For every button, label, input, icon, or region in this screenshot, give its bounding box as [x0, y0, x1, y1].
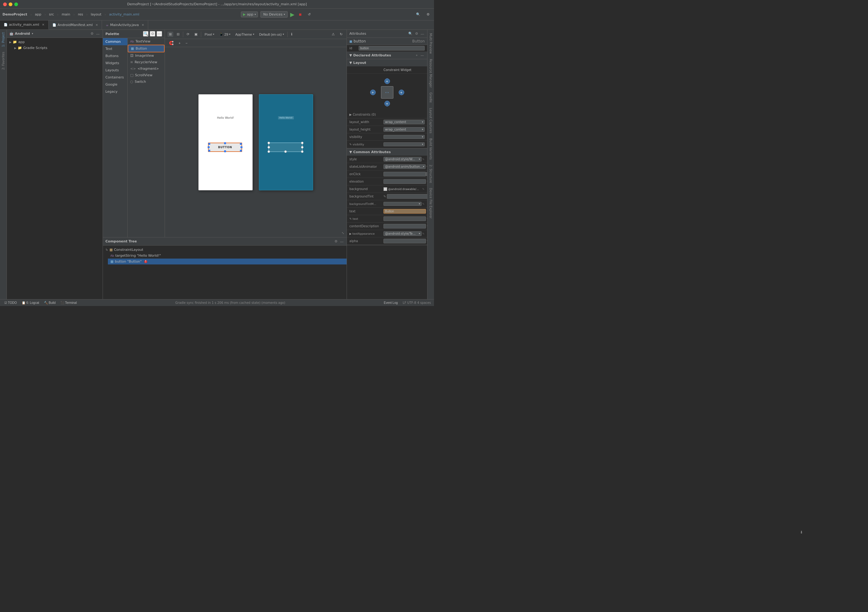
declared-remove-button[interactable]: — [420, 53, 425, 57]
blueprint-toggle-button[interactable]: ⊟ [175, 32, 181, 37]
attr-settings-button[interactable]: ⚙ [414, 31, 419, 36]
layout-section-header[interactable]: ▼ Layout [347, 59, 427, 67]
ct-item-constraintlayout[interactable]: ↳ ▦ ConstraintLayout [103, 247, 347, 253]
todo-button[interactable]: ☑ TODO [3, 301, 18, 305]
bp-handle-bl[interactable] [268, 150, 270, 153]
constraints-row[interactable]: ▶ Constraints (0) [347, 111, 427, 118]
constraint-widget[interactable]: « » ∧ ∨ + + + [369, 77, 406, 108]
palette-cat-google[interactable]: Google [103, 81, 127, 88]
text-pen-input[interactable] [383, 216, 426, 221]
no-devices-selector[interactable]: No Devices ▾ [260, 11, 288, 18]
canvas-area[interactable]: Hello World! BUTTON [165, 47, 347, 237]
refresh-button[interactable]: ↻ [338, 32, 344, 37]
tree-item-app[interactable]: ▶ 📁 app [7, 39, 102, 45]
tab-androidmanifest[interactable]: 📄 AndroidManifest.xml ✕ [49, 20, 102, 29]
settings-button[interactable]: ⚙ [425, 12, 431, 17]
tree-item-gradle-scripts[interactable]: ▶ 📁 Gradle Scripts [12, 45, 102, 51]
handle-lm[interactable] [208, 146, 209, 148]
design-view-button[interactable]: ⊞ [167, 32, 173, 37]
phone-design-view[interactable]: Hello World! BUTTON [198, 94, 253, 191]
background-edit-button[interactable]: ✎ [422, 187, 425, 191]
declared-attributes-header[interactable]: ▼ Declared Attributes + — [347, 52, 427, 59]
common-attributes-header[interactable]: ▼ Common Attributes [347, 149, 427, 156]
stop-button[interactable]: ◼ [297, 12, 304, 17]
bp-handle-lm[interactable] [268, 146, 270, 149]
project-panel-tab[interactable]: 1: Project [1, 30, 6, 49]
structure-tab[interactable]: 2: Structure [428, 163, 433, 185]
build-button[interactable]: 🔨 Build [43, 301, 57, 305]
component-tree-settings-button[interactable]: ⚙ [334, 239, 338, 244]
ct-item-button[interactable]: ■ button "Button" ! [108, 259, 347, 265]
run-config-selector[interactable]: ▶ app ▾ [241, 11, 258, 17]
palette-search-button[interactable]: 🔍 [143, 31, 149, 37]
zoom-in-button[interactable]: + [177, 40, 182, 46]
button-widget-blueprint[interactable] [268, 143, 302, 152]
alpha-input[interactable] [383, 239, 426, 243]
style-edit-button[interactable]: ✎ [422, 158, 425, 161]
locale-selector[interactable]: Default (en-us) ▾ [257, 32, 285, 37]
tab-close-androidmanifest[interactable]: ✕ [96, 23, 98, 27]
palette-cat-text[interactable]: Text [103, 45, 127, 53]
search-button[interactable]: 🔍 [414, 12, 422, 17]
logcat-button[interactable]: 📋 6: Logcat [20, 301, 40, 305]
close-button[interactable] [3, 3, 7, 6]
cw-add-right[interactable]: + [399, 90, 404, 95]
warning-button[interactable]: ⚠ [330, 32, 336, 37]
handle-br[interactable] [240, 150, 242, 152]
gradle-tab[interactable]: Gradle [428, 90, 433, 104]
bp-handle-br[interactable] [301, 150, 304, 153]
visibility-pen-combo[interactable]: ▾ [383, 142, 425, 146]
tab-activity-main[interactable]: 📄 activity_main.xml ✕ [0, 20, 49, 29]
palette-close-button[interactable]: — [157, 31, 162, 37]
project-settings-button[interactable]: ⚙ [90, 31, 94, 36]
onclick-input[interactable] [383, 172, 426, 177]
device-selector[interactable]: Pixel ▾ [203, 32, 216, 37]
backgroundtintmode-edit-button[interactable]: ✎ [422, 203, 425, 206]
palette-cat-buttons[interactable]: Buttons [103, 53, 127, 59]
zoom-out-button[interactable]: − [184, 40, 189, 46]
run-button[interactable]: ▶ [290, 11, 294, 18]
palette-item-imageview[interactable]: 🖼 ImageView [128, 53, 164, 59]
tab-close-mainactivity[interactable]: ✕ [142, 23, 144, 27]
device-file-explorer-tab[interactable]: Device File Explorer [428, 186, 433, 220]
palette-item-recyclerview[interactable]: ≡ RecyclerView [128, 59, 164, 65]
terminal-button[interactable]: ⬛ Terminal [59, 301, 78, 305]
textappearance-edit-button[interactable]: ✎ [422, 232, 425, 236]
handle-bm[interactable] [224, 150, 226, 152]
style-combo[interactable]: @android:style/W... ▾ [383, 157, 422, 161]
layout-width-combo[interactable]: wrap_content ▾ [383, 120, 425, 124]
project-collapse-button[interactable]: — [96, 31, 100, 36]
magnet-button[interactable]: 🧲 [167, 40, 175, 46]
backgroundtintmode-combo[interactable]: ▾ [383, 202, 422, 206]
palette-item-switch[interactable]: ○ Switch [128, 79, 164, 85]
phone-blueprint-view[interactable]: Hello World! [259, 94, 313, 191]
api-level-selector[interactable]: 📱 29 ▾ [218, 32, 232, 37]
handle-tm[interactable] [224, 142, 226, 144]
attr-search-button[interactable]: 🔍 [408, 31, 413, 36]
sync-button[interactable]: ↺ [306, 12, 313, 17]
bp-handle-bm[interactable] [284, 150, 287, 153]
text-input[interactable] [383, 209, 426, 214]
palette-cat-containers[interactable]: Containers [103, 74, 127, 81]
background-color-preview[interactable] [383, 187, 387, 191]
palette-item-button[interactable]: ■ Button [128, 45, 164, 53]
minimize-button[interactable] [9, 3, 12, 6]
tab-mainactivity[interactable]: ☕ MainActivity.java ✕ [102, 20, 148, 29]
ct-item-targetstring[interactable]: Ab targetString "Hello World!" [108, 253, 347, 259]
bp-handle-rm[interactable] [301, 146, 304, 149]
bp-handle-tl[interactable] [268, 142, 270, 144]
backgroundtint-input[interactable] [387, 194, 427, 199]
palette-item-fragment[interactable]: <> <fragment> [128, 65, 164, 72]
resource-manager-tab[interactable]: Resource Manager [428, 57, 433, 90]
palette-cat-widgets[interactable]: Widgets [103, 59, 127, 67]
layout-height-combo[interactable]: wrap_content ▾ [383, 127, 425, 132]
theme-selector[interactable]: AppTheme ▾ [234, 32, 256, 37]
handle-tr[interactable] [240, 143, 242, 145]
multi-preview-tab[interactable]: Multi Preview [428, 31, 433, 56]
declared-add-button[interactable]: + [415, 53, 418, 57]
palette-cat-layouts[interactable]: Layouts [103, 67, 127, 74]
bp-handle-tr[interactable] [301, 142, 304, 144]
event-log-button[interactable]: Event Log [383, 301, 399, 305]
cw-add-top[interactable]: + [384, 79, 390, 84]
handle-rm[interactable] [240, 146, 242, 148]
